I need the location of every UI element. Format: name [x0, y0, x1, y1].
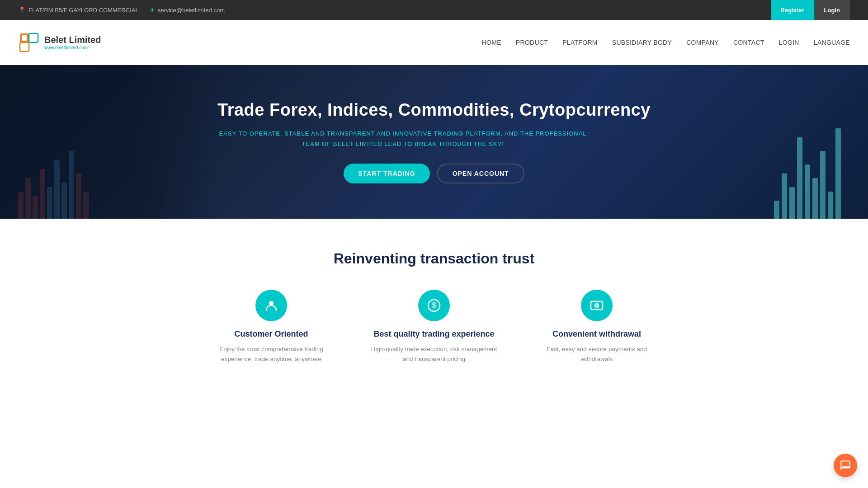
email-text: service@beletlimited.com: [158, 7, 225, 14]
nav-subsidiary[interactable]: SUBSIDIARY BODY: [612, 39, 672, 46]
svg-rect-2: [22, 35, 27, 41]
register-button[interactable]: Register: [771, 0, 814, 20]
feature-name-2: Best quality trading experience: [373, 329, 494, 339]
feature-trading-quality: $ Best quality trading experience High-q…: [371, 290, 497, 364]
feature-name-3: Convenient withdrawal: [552, 329, 641, 339]
topbar-left: 📍 FLAT/RM B5/F GAYLORD COMMERCIAL ✈ serv…: [18, 6, 225, 14]
open-account-button[interactable]: OPEN ACCOUNT: [437, 164, 524, 183]
nav-product[interactable]: PRODUCT: [516, 39, 548, 46]
address-text: FLAT/RM B5/F GAYLORD COMMERCIAL: [28, 7, 139, 14]
nav-home[interactable]: HOME: [482, 39, 501, 46]
nav-links: HOME PRODUCT PLATFORM SUBSIDIARY BODY CO…: [482, 38, 850, 47]
topbar: 📍 FLAT/RM B5/F GAYLORD COMMERCIAL ✈ serv…: [0, 0, 868, 20]
hero-subtitle: EASY TO OPERATE, STABLE AND TRANSPARENT …: [217, 129, 588, 149]
start-trading-button[interactable]: START TRADING: [344, 164, 429, 183]
email-icon: ✈: [150, 6, 155, 14]
logo-link[interactable]: Belet Limited www.beletlimited.com: [18, 32, 101, 53]
hero-content: Trade Forex, Indices, Commodities, Cryto…: [208, 100, 660, 183]
features-title: Reinventing transaction trust: [18, 250, 850, 267]
nav-language[interactable]: LANGUAGE: [814, 39, 850, 46]
svg-text:$: $: [595, 304, 598, 308]
nav-contact[interactable]: CONTACT: [733, 39, 764, 46]
navbar: Belet Limited www.beletlimited.com HOME …: [0, 20, 868, 65]
svg-text:$: $: [432, 301, 436, 309]
logo-subtitle: www.beletlimited.com: [44, 45, 101, 50]
topbar-address: 📍 FLAT/RM B5/F GAYLORD COMMERCIAL: [18, 6, 139, 14]
nav-platform[interactable]: PLATFORM: [562, 39, 598, 46]
nav-login[interactable]: LOGIN: [779, 39, 799, 46]
hero-title: Trade Forex, Indices, Commodities, Cryto…: [217, 100, 651, 120]
customer-icon: [255, 290, 287, 321]
feature-desc-3: Fast, easy and secure payments and withd…: [533, 344, 660, 364]
topbar-right: Register Login: [771, 0, 850, 20]
feature-desc-2: High-quality trade execution, risk manag…: [371, 344, 497, 364]
logo-text: Belet Limited www.beletlimited.com: [44, 35, 101, 50]
hero-chart-right: [774, 128, 841, 219]
logo-icon: [18, 32, 40, 53]
topbar-email: ✈ service@beletlimited.com: [150, 6, 225, 14]
features-section: Reinventing transaction trust Customer O…: [0, 219, 868, 391]
svg-point-5: [269, 301, 274, 305]
withdrawal-icon: $: [581, 290, 613, 321]
feature-desc-1: Enjoy the most comprehensive trading exp…: [208, 344, 335, 364]
feature-customer-oriented: Customer Oriented Enjoy the most compreh…: [208, 290, 335, 364]
location-icon: 📍: [18, 6, 26, 14]
feature-withdrawal: $ Convenient withdrawal Fast, easy and s…: [533, 290, 660, 364]
hero-person: [0, 65, 217, 219]
nav-company[interactable]: COMPANY: [686, 39, 719, 46]
dollar-icon: $: [418, 290, 450, 321]
login-button[interactable]: Login: [814, 0, 850, 20]
logo-name: Belet Limited: [44, 35, 101, 45]
features-grid: Customer Oriented Enjoy the most compreh…: [18, 290, 850, 364]
hero-buttons: START TRADING OPEN ACCOUNT: [217, 164, 651, 183]
hero-section: Trade Forex, Indices, Commodities, Cryto…: [0, 65, 868, 219]
feature-name-1: Customer Oriented: [234, 329, 308, 339]
